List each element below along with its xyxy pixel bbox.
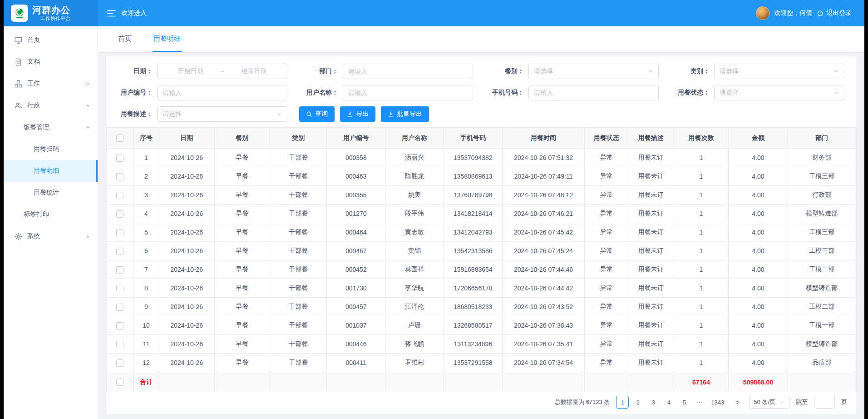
logout-button[interactable]: 退出登录 xyxy=(817,9,852,17)
page-button[interactable]: 1 xyxy=(616,396,629,409)
row-checkbox[interactable] xyxy=(116,304,123,311)
sidebar-item-meal-detail[interactable]: 用餐明细 xyxy=(4,160,98,182)
row-checkbox[interactable] xyxy=(116,266,123,274)
table-cell: 000457 xyxy=(327,298,385,316)
filter-user-id: 用户编号： xyxy=(113,85,287,100)
row-checkbox[interactable] xyxy=(116,322,123,329)
tab-home[interactable]: 首页 xyxy=(117,26,133,52)
export-button[interactable]: 导出 xyxy=(340,106,375,122)
batch-export-button[interactable]: 批量导出 xyxy=(381,106,429,122)
table-cell: 早餐 xyxy=(214,316,270,335)
chevron-down-icon xyxy=(833,69,839,74)
date-range-input[interactable]: 开始日期 ~ 结束日期 xyxy=(157,64,287,79)
meal-type-placeholder: 请选择 xyxy=(534,67,553,75)
sidebar-item-work[interactable]: 工作 xyxy=(4,73,98,95)
document-icon xyxy=(15,58,22,66)
table-cell: 卢珊 xyxy=(385,316,444,335)
row-checkbox-cell xyxy=(107,242,133,260)
row-checkbox[interactable] xyxy=(116,248,123,255)
table-cell: 用餐未订 xyxy=(628,186,674,205)
logout-icon xyxy=(817,10,824,17)
phone-input[interactable] xyxy=(528,85,659,100)
sidebar-item-meal-scan[interactable]: 用餐扫码 xyxy=(4,138,98,160)
menu-collapse-icon[interactable] xyxy=(107,10,116,17)
tab-bar: 首页 用餐明细 xyxy=(98,26,864,52)
table-cell: 2024-10-26 xyxy=(159,186,214,205)
filter-meal-type: 餐别： 请选择 xyxy=(485,64,659,79)
department-input[interactable] xyxy=(343,64,473,79)
tab-meal-detail[interactable]: 用餐明细 xyxy=(153,26,182,52)
page-button[interactable]: 5 xyxy=(678,396,690,409)
sidebar-item-label: 系统 xyxy=(27,232,40,240)
table-cell: 模型铸造部 xyxy=(788,205,856,223)
table-cell: 早餐 xyxy=(214,335,270,354)
user-id-input[interactable] xyxy=(157,85,287,100)
table-cell: 异常 xyxy=(585,260,628,279)
chevron-up-icon xyxy=(85,103,90,108)
table-cell: 汪泽伦 xyxy=(385,298,444,316)
sidebar-item-label-print[interactable]: 标签打印 xyxy=(4,204,98,225)
table-cell: 8 xyxy=(133,279,159,298)
total-meal-count: 67164 xyxy=(674,372,729,392)
page-button[interactable]: 4 xyxy=(662,396,675,409)
row-checkbox[interactable] xyxy=(116,229,123,236)
table-cell: 4.00 xyxy=(729,149,788,167)
row-checkbox[interactable] xyxy=(116,341,123,348)
row-checkbox-cell xyxy=(107,205,133,223)
table-cell: 17206656178 xyxy=(444,279,502,298)
table-cell: 用餐未订 xyxy=(628,335,674,354)
query-button[interactable]: 查询 xyxy=(299,106,335,122)
page-size-select[interactable]: 50 条/页 xyxy=(749,396,789,409)
table-cell: 姚美 xyxy=(385,186,444,205)
total-label: 合计 xyxy=(133,372,159,392)
avatar[interactable] xyxy=(756,6,769,20)
column-header: 用餐状态 xyxy=(585,128,628,149)
sidebar-item-home[interactable]: 首页 xyxy=(4,29,98,51)
table-cell: 6 xyxy=(133,242,159,260)
table-cell: 1 xyxy=(674,186,729,205)
table-cell: 异常 xyxy=(585,149,628,167)
category-select[interactable]: 请选择 xyxy=(714,64,844,79)
next-page-button[interactable]: > xyxy=(733,396,743,409)
row-checkbox[interactable] xyxy=(116,359,123,367)
table-cell: 2024-10-26 07:34:54 xyxy=(502,354,585,372)
chevron-down-icon xyxy=(85,81,90,86)
meal-desc-select[interactable]: 请选择 xyxy=(157,106,287,122)
table-cell: 干部餐 xyxy=(270,354,326,372)
table-cell: 工模二部 xyxy=(788,260,856,279)
total-row-checkbox[interactable] xyxy=(116,379,123,386)
jump-suffix: 页 xyxy=(841,398,847,406)
sidebar-item-docs[interactable]: 文档 xyxy=(4,51,98,73)
sidebar-item-system[interactable]: 系统 xyxy=(4,225,98,247)
user-name-input[interactable] xyxy=(343,85,473,100)
jump-page-input[interactable] xyxy=(814,396,835,409)
meal-type-select[interactable]: 请选择 xyxy=(528,64,659,79)
date-end-placeholder: 结束日期 xyxy=(226,67,282,75)
table-cell: 用餐未订 xyxy=(628,242,674,260)
table-cell: 1 xyxy=(674,279,729,298)
meal-status-select[interactable]: 请选择 xyxy=(714,85,844,100)
select-all-checkbox[interactable] xyxy=(116,135,123,142)
table-cell: 001037 xyxy=(327,316,385,335)
table-cell: 4.00 xyxy=(729,298,788,316)
main-card: 日期： 开始日期 ~ 结束日期 部门： 餐别： xyxy=(106,56,856,414)
table-cell: 汤丽兴 xyxy=(385,149,444,167)
sidebar-item-admin[interactable]: 行政 xyxy=(4,95,98,116)
column-header: 用户名称 xyxy=(385,128,444,149)
topbar-right: 欢迎您，何倩 退出登录 xyxy=(756,0,864,26)
sidebar-item-meal-stats[interactable]: 用餐统计 xyxy=(4,182,98,204)
page-button[interactable]: 3 xyxy=(647,396,660,409)
page-button[interactable]: 1343 xyxy=(709,396,726,409)
user-greeting: 欢迎您，何倩 xyxy=(774,9,812,17)
page-button[interactable]: 2 xyxy=(631,396,644,409)
row-checkbox[interactable] xyxy=(116,285,123,292)
row-checkbox[interactable] xyxy=(116,155,123,162)
sidebar-item-meal-management[interactable]: 饭餐管理 xyxy=(4,116,98,138)
table-cell: 工模一部 xyxy=(788,316,856,335)
row-checkbox[interactable] xyxy=(116,210,123,218)
table-row: 112024-10-26早餐干部餐000446蒋飞鹏13113234896202… xyxy=(107,335,856,354)
table-cell: 13268580517 xyxy=(444,316,502,335)
row-checkbox[interactable] xyxy=(116,173,123,180)
table-cell: 用餐未订 xyxy=(628,205,674,223)
row-checkbox[interactable] xyxy=(116,192,123,199)
